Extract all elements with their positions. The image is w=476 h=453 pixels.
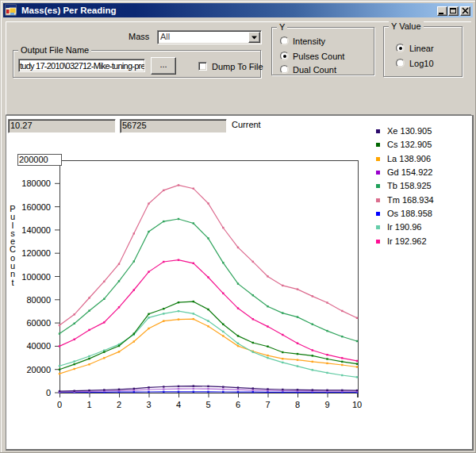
svg-text:140000: 140000 <box>21 225 51 235</box>
svg-text:4: 4 <box>176 400 181 409</box>
svg-text:3: 3 <box>146 400 151 409</box>
svg-text:0: 0 <box>46 388 51 397</box>
svg-text:80000: 80000 <box>26 295 51 305</box>
svg-text:120000: 120000 <box>21 248 51 258</box>
svg-text:1: 1 <box>86 400 91 409</box>
svg-text:6: 6 <box>236 400 240 409</box>
svg-text:8: 8 <box>295 400 300 409</box>
svg-text:100000: 100000 <box>21 272 51 282</box>
svg-text:180000: 180000 <box>21 179 51 188</box>
svg-text:10: 10 <box>352 400 362 409</box>
svg-text:160000: 160000 <box>21 202 51 212</box>
svg-text:60000: 60000 <box>26 318 51 328</box>
svg-text:0: 0 <box>57 400 62 409</box>
svg-text:7: 7 <box>265 400 270 409</box>
svg-text:9: 9 <box>324 400 329 409</box>
svg-text:20000: 20000 <box>26 365 51 374</box>
svg-text:5: 5 <box>205 400 210 409</box>
svg-text:40000: 40000 <box>26 341 51 351</box>
svg-text:2: 2 <box>117 400 121 409</box>
